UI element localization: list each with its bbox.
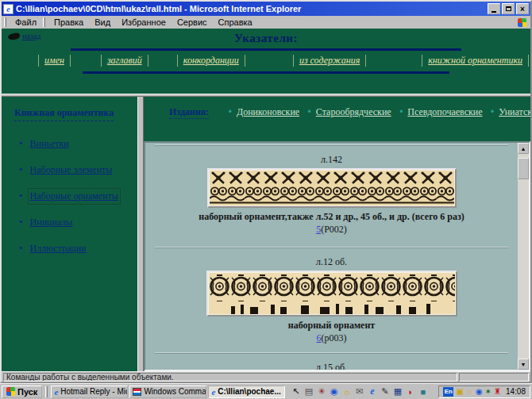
cursor-arrow-icon[interactable]: ↖ [290, 386, 302, 397]
index-link-names[interactable]: имен [38, 55, 71, 67]
vertical-scrollbar[interactable]: ▲ ▼ [518, 143, 529, 370]
page-label: л.12 об. [145, 256, 518, 268]
index-link-ornamentation[interactable]: книжной орнаментики [422, 55, 529, 67]
ie-icon[interactable]: e [366, 386, 378, 397]
sidebar-link-vignettes[interactable]: Виньетки [30, 138, 69, 150]
ie-page-icon: e [3, 4, 13, 14]
editions-link-donikon[interactable]: Дониконовские [237, 106, 299, 117]
window-title: C:\Ilian\pochaev\0CD\html\ukaz\rall.html… [16, 4, 485, 13]
taskbar: Пуск e Hotmail Reply - Mic... Windows Co… [0, 383, 532, 399]
item-divider [155, 352, 508, 354]
system-tray: En ▣ ☼ ◉ ✶ ♜ 14:08 [438, 386, 530, 398]
sidebar: Книжная орнаментика Виньетки Наборные эл… [2, 97, 137, 371]
index-link-contents[interactable]: из содержания [293, 55, 366, 67]
task-button-label: Windows Comman... [144, 387, 206, 396]
sidebar-list: Виньетки Наборные элементы Наборные орна… [19, 137, 137, 255]
notes-pencil-icon[interactable]: ✎ [379, 386, 391, 397]
status-text: Команды работы с выделенными объектами. [3, 373, 457, 382]
restore-button[interactable] [502, 3, 515, 14]
status-zone [459, 373, 529, 382]
sidebar-item-initials: Инициалы [19, 216, 137, 228]
menubar-grip [43, 17, 45, 27]
task-button-label: Hotmail Reply - Mic... [60, 387, 128, 396]
restore-icon [506, 6, 511, 11]
menu-edit[interactable]: Правка [48, 17, 89, 28]
menu-tools[interactable]: Сервис [172, 17, 213, 28]
editions-nav: Издания: •Дониконовские •Старообрядчески… [144, 97, 530, 141]
task-button-hotmail[interactable]: e Hotmail Reply - Mic... [51, 386, 128, 398]
tray-icon-5[interactable]: ♜ [494, 388, 501, 396]
menu-view[interactable]: Вид [89, 17, 116, 28]
sidebar-item-type-elements: Наборные элементы [19, 163, 137, 176]
quick-launch-bar: ↖ ▤ ✳ ◉ ☼ ✉ e ✎ ▦ ◗ ■ [290, 386, 429, 397]
editions-label: Издания: [169, 106, 209, 119]
hand-icon [7, 32, 20, 40]
sidebar-link-type-elements[interactable]: Наборные элементы [30, 164, 113, 176]
start-button-label: Пуск [17, 387, 37, 397]
app-square-icon[interactable]: ■ [417, 386, 429, 397]
sidebar-link-type-ornaments[interactable]: Наборные орнаменты [30, 190, 118, 202]
toolbar-grip[interactable] [4, 17, 6, 27]
editions-link-pseudopochaev[interactable]: Псевдопочаевские [407, 106, 482, 117]
task-button-windows-commander[interactable]: Windows Comman... [129, 386, 206, 398]
mail-icon[interactable]: ✉ [353, 386, 365, 397]
index-link-concordances[interactable]: конкорданции [177, 55, 245, 67]
package-icon[interactable]: ▤ [303, 386, 314, 397]
tray-icon-2[interactable]: ☼ [466, 388, 473, 396]
close-button[interactable]: × [516, 3, 529, 14]
media-player-icon[interactable]: ◗ [404, 386, 416, 397]
back-link[interactable]: назад [8, 32, 40, 40]
item-divider [155, 144, 508, 146]
tray-icon-4[interactable]: ✶ [485, 388, 492, 396]
lamp-icon[interactable]: ☼ [341, 386, 353, 397]
sidebar-title: Книжная орнаментика [14, 107, 114, 121]
menu-help[interactable]: Справка [213, 17, 258, 28]
header-frame: назад Указатели: имен заглавий конкордан… [2, 29, 530, 94]
ie-icon: e [54, 387, 58, 397]
bullet-icon: • [399, 106, 403, 117]
tray-icon-1[interactable]: ▣ [456, 388, 463, 396]
page-title: Указатели: [2, 29, 530, 45]
editions-link-uniate[interactable]: Униатские [499, 106, 530, 117]
ornament-item: л.15 об. [145, 362, 518, 370]
content-frame: л.142 [144, 141, 530, 371]
ornament-image-frame [206, 270, 457, 317]
item-divider [155, 247, 508, 248]
ornament-item: л.12 об. [145, 256, 518, 344]
scroll-up-button[interactable]: ▲ [518, 143, 529, 154]
ornament-image [210, 171, 454, 205]
minimize-icon [492, 11, 496, 13]
minimize-button[interactable] [488, 3, 500, 14]
bullet-icon: • [229, 106, 232, 117]
browser-window: e C:\Ilian\pochaev\0CD\html\ukaz\rall.ht… [0, 0, 532, 383]
scroll-down-button[interactable]: ▼ [518, 359, 529, 370]
starburst-icon[interactable]: ✳ [315, 386, 327, 397]
ornament-image-frame [207, 168, 457, 208]
menu-file[interactable]: Файл [10, 17, 42, 28]
language-indicator[interactable]: En [443, 387, 453, 397]
reference-code: (р003) [322, 332, 347, 343]
eye-icon[interactable]: ◉ [328, 386, 340, 397]
ornament-caption: наборный орнамент [145, 320, 518, 332]
task-button-ie-active[interactable]: e C:\Ilian\pochae... [208, 386, 285, 398]
dos-app-icon [133, 388, 141, 396]
ornament-caption: наборный орнамент,также л.52 и др., 45 о… [145, 211, 518, 223]
page-label: л.142 [145, 154, 518, 166]
task-button-label: C:\Ilian\pochae... [218, 387, 280, 396]
sidebar-item-illustrations: Иллюстрации [19, 242, 137, 255]
start-button[interactable]: Пуск [2, 386, 42, 398]
tray-icon-3[interactable]: ◉ [476, 388, 483, 396]
editions-link-oldbeliever[interactable]: Старообрядческие [316, 106, 391, 117]
scrollbar-thumb[interactable] [518, 158, 529, 179]
frame-divider-vertical[interactable] [137, 97, 144, 371]
sidebar-link-initials[interactable]: Инициалы [30, 217, 73, 228]
taskbar-grip[interactable] [45, 386, 48, 397]
menu-favorites[interactable]: Избранное [116, 17, 172, 28]
reference-code: (Р002) [321, 224, 347, 235]
sidebar-link-illustrations[interactable]: Иллюстрации [30, 243, 87, 255]
display-icon[interactable]: ▦ [391, 386, 403, 397]
reference-line: 6(р003) [145, 332, 518, 344]
ornament-image [209, 273, 455, 314]
index-link-titles[interactable]: заглавий [101, 55, 148, 67]
desktop-screen: e C:\Ilian\pochaev\0CD\html\ukaz\rall.ht… [0, 0, 532, 399]
